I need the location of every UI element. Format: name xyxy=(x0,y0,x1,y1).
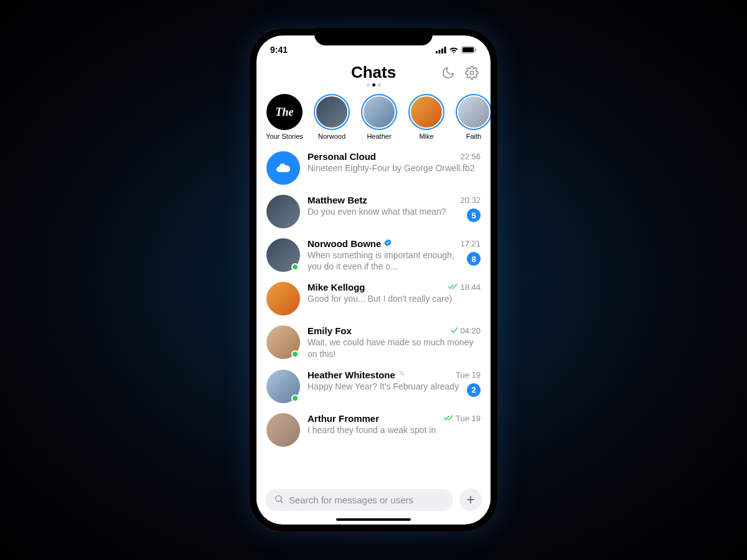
chat-time-text: Tue 19 xyxy=(456,414,481,423)
chat-row[interactable]: Emily Fox04:20Wait, we could have made s… xyxy=(256,320,491,364)
home-indicator[interactable] xyxy=(336,518,411,521)
unread-badge: 5 xyxy=(467,208,481,222)
story-label: Faith xyxy=(466,133,481,140)
chat-row[interactable]: Matthew Betz20:32Do you even know what t… xyxy=(256,190,491,233)
chat-avatar[interactable] xyxy=(266,325,300,359)
chat-name: Norwood Bowne xyxy=(308,238,392,249)
chat-time: 17:21 xyxy=(460,239,481,248)
story-avatar xyxy=(410,95,443,129)
chat-message-preview: Happy New Year? It's February already xyxy=(308,381,459,392)
online-indicator xyxy=(291,350,299,358)
chat-avatar[interactable] xyxy=(266,370,300,403)
verified-icon xyxy=(383,238,392,249)
chat-time-text: Tue 19 xyxy=(456,370,481,380)
settings-button[interactable] xyxy=(464,65,479,80)
svg-line-10 xyxy=(281,500,283,502)
chat-avatar[interactable] xyxy=(266,238,300,272)
sent-check-icon xyxy=(451,326,458,335)
battery-icon xyxy=(461,46,477,54)
cellular-icon xyxy=(436,47,446,54)
chat-message-preview: I heard they found a weak spot in xyxy=(308,424,436,436)
chat-time-text: 17:21 xyxy=(460,239,481,248)
page-dot xyxy=(378,83,381,86)
chat-time-text: 20:32 xyxy=(460,195,481,205)
chat-time-text: 22:56 xyxy=(460,152,481,161)
status-time: 9:41 xyxy=(270,45,288,55)
chat-message-preview: Good for you... But I don't really care) xyxy=(308,293,452,304)
status-right xyxy=(436,46,477,54)
svg-point-7 xyxy=(470,71,474,75)
header: Chats xyxy=(256,59,491,83)
chat-row[interactable]: Personal Cloud22:56Nineteen Eighty-Four … xyxy=(256,146,491,190)
story-label: Norwood xyxy=(318,133,345,140)
chat-message-preview: Wait, we could have made so much money o… xyxy=(308,337,481,359)
story-item[interactable]: Mike xyxy=(407,94,446,140)
chat-row[interactable]: Heather WhitestoneTue 19Happy New Year? … xyxy=(256,365,491,408)
stories-row[interactable]: The Your Stories Norwood Heather Mike Fa… xyxy=(256,90,491,146)
svg-rect-6 xyxy=(476,49,477,51)
chat-body: Norwood Bowne17:21When something is impo… xyxy=(308,238,481,272)
chats-list[interactable]: Personal Cloud22:56Nineteen Eighty-Four … xyxy=(256,146,491,482)
story-item[interactable]: Faith xyxy=(454,94,491,140)
svg-rect-1 xyxy=(439,50,441,54)
chat-name: Heather Whitestone xyxy=(308,370,406,380)
cloud-avatar[interactable] xyxy=(266,151,300,185)
chat-message-preview: When something is important enough, you … xyxy=(308,250,462,272)
chat-row[interactable]: Mike Kellogg18:44Good for you... But I d… xyxy=(256,277,491,320)
your-stories-avatar: The xyxy=(266,94,303,130)
chat-row[interactable]: Arthur FrommerTue 19I heard they found a… xyxy=(256,408,491,452)
svg-line-8 xyxy=(399,371,405,376)
story-avatar xyxy=(315,95,349,129)
chat-time-text: 04:20 xyxy=(460,326,481,335)
search-icon xyxy=(274,494,284,506)
story-your-stories[interactable]: The Your Stories xyxy=(265,94,304,140)
chat-time: 04:20 xyxy=(451,326,481,335)
svg-rect-0 xyxy=(436,51,438,54)
chat-time: 22:56 xyxy=(460,152,481,161)
page-indicator xyxy=(256,83,491,90)
phone-frame: 9:41 Chats xyxy=(249,28,498,532)
chat-name: Arthur Frommer xyxy=(308,413,379,424)
story-label: Your Stories xyxy=(266,133,303,140)
chat-time: 20:32 xyxy=(460,195,481,205)
chat-name: Mike Kellogg xyxy=(308,282,365,292)
svg-rect-5 xyxy=(463,47,474,52)
chat-message-preview: Do you even know what that mean? xyxy=(308,206,446,217)
chat-avatar[interactable] xyxy=(266,413,300,447)
chat-avatar[interactable] xyxy=(266,282,300,315)
chat-body: Personal Cloud22:56Nineteen Eighty-Four … xyxy=(308,151,481,174)
compose-button[interactable] xyxy=(459,488,482,511)
read-double-check-icon xyxy=(448,282,458,292)
chat-body: Matthew Betz20:32Do you even know what t… xyxy=(308,195,481,222)
chat-name: Emily Fox xyxy=(308,325,352,336)
story-avatar xyxy=(457,95,491,129)
chat-message-preview: Nineteen Eighty-Four by George Orwell.fb… xyxy=(308,162,474,174)
page-title: Chats xyxy=(351,63,396,82)
online-indicator xyxy=(291,263,299,271)
dark-mode-button[interactable] xyxy=(441,65,456,80)
story-label: Mike xyxy=(419,133,433,140)
page-dot xyxy=(367,83,370,86)
page-dot-active xyxy=(372,83,375,86)
bottom-bar: Search for messages or users xyxy=(256,482,491,516)
chat-avatar[interactable] xyxy=(266,195,300,228)
read-double-check-icon xyxy=(444,414,454,423)
chat-body: Emily Fox04:20Wait, we could have made s… xyxy=(308,325,481,359)
chat-name: Personal Cloud xyxy=(308,151,376,162)
story-item[interactable]: Norwood xyxy=(312,94,351,140)
muted-icon xyxy=(398,370,406,380)
story-avatar xyxy=(362,95,396,129)
wifi-icon xyxy=(449,46,459,54)
chat-body: Heather WhitestoneTue 19Happy New Year? … xyxy=(308,370,481,397)
chat-time: Tue 19 xyxy=(456,370,481,380)
search-placeholder: Search for messages or users xyxy=(289,495,413,505)
chat-time-text: 18:44 xyxy=(460,282,481,292)
chat-time: 18:44 xyxy=(448,282,481,292)
screen: 9:41 Chats xyxy=(256,35,491,525)
unread-badge: 8 xyxy=(467,252,481,266)
chat-row[interactable]: Norwood Bowne17:21When something is impo… xyxy=(256,233,491,277)
search-input[interactable]: Search for messages or users xyxy=(265,489,453,511)
story-item[interactable]: Heather xyxy=(360,94,398,140)
unread-badge: 2 xyxy=(467,383,481,397)
story-label: Heather xyxy=(367,133,391,140)
